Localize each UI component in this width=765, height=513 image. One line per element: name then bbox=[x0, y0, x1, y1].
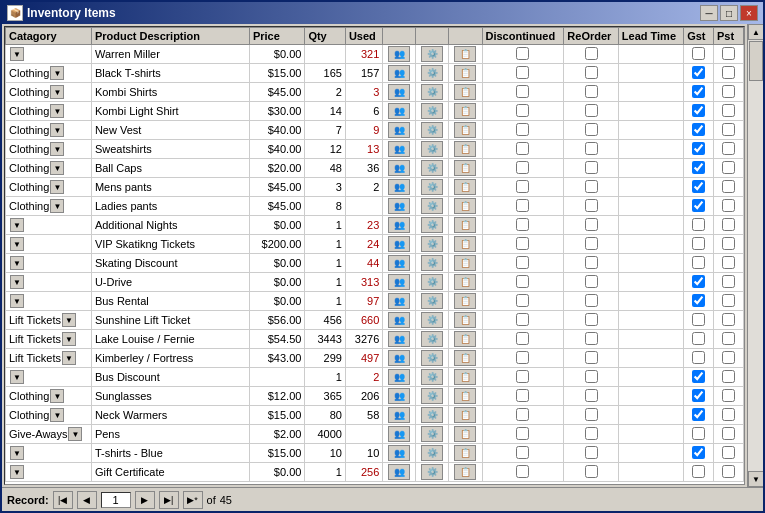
gear-icon-btn-button[interactable]: ⚙️ bbox=[421, 312, 443, 328]
people-icon-btn-button[interactable]: 👥 bbox=[388, 217, 410, 233]
reorder-checkbox[interactable] bbox=[585, 85, 598, 98]
category-dropdown[interactable]: ▼ bbox=[50, 123, 64, 137]
gst-checkbox[interactable] bbox=[692, 161, 705, 174]
gst-checkbox[interactable] bbox=[692, 66, 705, 79]
gear-icon-btn-button[interactable]: ⚙️ bbox=[421, 350, 443, 366]
people-icon-btn-button[interactable]: 👥 bbox=[388, 274, 410, 290]
people-icon-btn-button[interactable]: 👥 bbox=[388, 46, 410, 62]
discontinued-checkbox[interactable] bbox=[516, 408, 529, 421]
reorder-checkbox[interactable] bbox=[585, 294, 598, 307]
category-dropdown[interactable]: ▼ bbox=[50, 66, 64, 80]
gst-checkbox[interactable] bbox=[692, 275, 705, 288]
discontinued-checkbox[interactable] bbox=[516, 237, 529, 250]
scroll-down-button[interactable]: ▼ bbox=[748, 471, 763, 487]
pst-checkbox[interactable] bbox=[722, 66, 735, 79]
nav-prev-button[interactable]: ◀ bbox=[77, 491, 97, 509]
people-icon-btn-button[interactable]: 👥 bbox=[388, 179, 410, 195]
people-icon-btn-button[interactable]: 👥 bbox=[388, 160, 410, 176]
gear-icon-btn-button[interactable]: ⚙️ bbox=[421, 46, 443, 62]
gear-icon-btn-button[interactable]: ⚙️ bbox=[421, 236, 443, 252]
list-icon-btn-button[interactable]: 📋 bbox=[454, 426, 476, 442]
gst-checkbox[interactable] bbox=[692, 465, 705, 478]
gear-icon-btn-button[interactable]: ⚙️ bbox=[421, 84, 443, 100]
list-icon-btn-button[interactable]: 📋 bbox=[454, 217, 476, 233]
gst-checkbox[interactable] bbox=[692, 351, 705, 364]
gst-checkbox[interactable] bbox=[692, 313, 705, 326]
gear-icon-btn-button[interactable]: ⚙️ bbox=[421, 293, 443, 309]
list-icon-btn-button[interactable]: 📋 bbox=[454, 407, 476, 423]
gst-checkbox[interactable] bbox=[692, 294, 705, 307]
people-icon-btn-button[interactable]: 👥 bbox=[388, 369, 410, 385]
gear-icon-btn-button[interactable]: ⚙️ bbox=[421, 103, 443, 119]
gear-icon-btn-button[interactable]: ⚙️ bbox=[421, 464, 443, 480]
discontinued-checkbox[interactable] bbox=[516, 332, 529, 345]
reorder-checkbox[interactable] bbox=[585, 142, 598, 155]
gear-icon-btn-button[interactable]: ⚙️ bbox=[421, 426, 443, 442]
pst-checkbox[interactable] bbox=[722, 123, 735, 136]
discontinued-checkbox[interactable] bbox=[516, 47, 529, 60]
gst-checkbox[interactable] bbox=[692, 446, 705, 459]
reorder-checkbox[interactable] bbox=[585, 275, 598, 288]
scroll-up-button[interactable]: ▲ bbox=[748, 24, 763, 40]
list-icon-btn-button[interactable]: 📋 bbox=[454, 350, 476, 366]
list-icon-btn-button[interactable]: 📋 bbox=[454, 198, 476, 214]
list-icon-btn-button[interactable]: 📋 bbox=[454, 464, 476, 480]
maximize-button[interactable]: □ bbox=[720, 5, 738, 21]
category-dropdown[interactable]: ▼ bbox=[10, 446, 24, 460]
category-dropdown[interactable]: ▼ bbox=[10, 218, 24, 232]
category-dropdown[interactable]: ▼ bbox=[50, 161, 64, 175]
pst-checkbox[interactable] bbox=[722, 313, 735, 326]
category-dropdown[interactable]: ▼ bbox=[10, 47, 24, 61]
gear-icon-btn-button[interactable]: ⚙️ bbox=[421, 198, 443, 214]
people-icon-btn-button[interactable]: 👥 bbox=[388, 331, 410, 347]
list-icon-btn-button[interactable]: 📋 bbox=[454, 312, 476, 328]
pst-checkbox[interactable] bbox=[722, 446, 735, 459]
list-icon-btn-button[interactable]: 📋 bbox=[454, 141, 476, 157]
pst-checkbox[interactable] bbox=[722, 199, 735, 212]
gst-checkbox[interactable] bbox=[692, 256, 705, 269]
reorder-checkbox[interactable] bbox=[585, 218, 598, 231]
reorder-checkbox[interactable] bbox=[585, 123, 598, 136]
reorder-checkbox[interactable] bbox=[585, 180, 598, 193]
gst-checkbox[interactable] bbox=[692, 237, 705, 250]
pst-checkbox[interactable] bbox=[722, 351, 735, 364]
category-dropdown[interactable]: ▼ bbox=[50, 199, 64, 213]
gst-checkbox[interactable] bbox=[692, 104, 705, 117]
reorder-checkbox[interactable] bbox=[585, 313, 598, 326]
people-icon-btn-button[interactable]: 👥 bbox=[388, 350, 410, 366]
discontinued-checkbox[interactable] bbox=[516, 294, 529, 307]
category-dropdown[interactable]: ▼ bbox=[50, 85, 64, 99]
category-dropdown[interactable]: ▼ bbox=[50, 389, 64, 403]
people-icon-btn-button[interactable]: 👥 bbox=[388, 407, 410, 423]
gear-icon-btn-button[interactable]: ⚙️ bbox=[421, 65, 443, 81]
pst-checkbox[interactable] bbox=[722, 237, 735, 250]
discontinued-checkbox[interactable] bbox=[516, 313, 529, 326]
list-icon-btn-button[interactable]: 📋 bbox=[454, 445, 476, 461]
pst-checkbox[interactable] bbox=[722, 370, 735, 383]
reorder-checkbox[interactable] bbox=[585, 370, 598, 383]
reorder-checkbox[interactable] bbox=[585, 161, 598, 174]
list-icon-btn-button[interactable]: 📋 bbox=[454, 46, 476, 62]
discontinued-checkbox[interactable] bbox=[516, 104, 529, 117]
nav-new-button[interactable]: ▶* bbox=[183, 491, 203, 509]
category-dropdown[interactable]: ▼ bbox=[10, 465, 24, 479]
reorder-checkbox[interactable] bbox=[585, 256, 598, 269]
pst-checkbox[interactable] bbox=[722, 275, 735, 288]
gear-icon-btn-button[interactable]: ⚙️ bbox=[421, 160, 443, 176]
discontinued-checkbox[interactable] bbox=[516, 85, 529, 98]
discontinued-checkbox[interactable] bbox=[516, 389, 529, 402]
reorder-checkbox[interactable] bbox=[585, 427, 598, 440]
category-dropdown[interactable]: ▼ bbox=[10, 370, 24, 384]
list-icon-btn-button[interactable]: 📋 bbox=[454, 65, 476, 81]
gst-checkbox[interactable] bbox=[692, 370, 705, 383]
discontinued-checkbox[interactable] bbox=[516, 370, 529, 383]
gear-icon-btn-button[interactable]: ⚙️ bbox=[421, 407, 443, 423]
gear-icon-btn-button[interactable]: ⚙️ bbox=[421, 217, 443, 233]
people-icon-btn-button[interactable]: 👥 bbox=[388, 65, 410, 81]
discontinued-checkbox[interactable] bbox=[516, 256, 529, 269]
gear-icon-btn-button[interactable]: ⚙️ bbox=[421, 255, 443, 271]
gear-icon-btn-button[interactable]: ⚙️ bbox=[421, 388, 443, 404]
gear-icon-btn-button[interactable]: ⚙️ bbox=[421, 141, 443, 157]
people-icon-btn-button[interactable]: 👥 bbox=[388, 236, 410, 252]
reorder-checkbox[interactable] bbox=[585, 199, 598, 212]
